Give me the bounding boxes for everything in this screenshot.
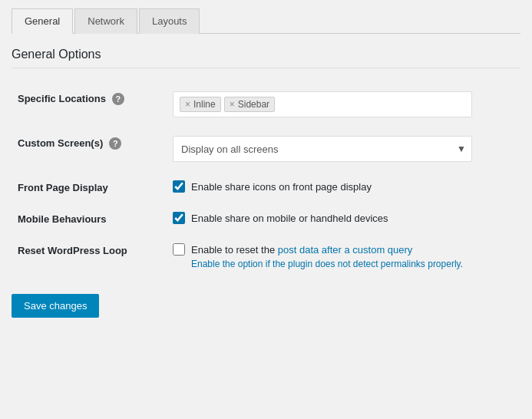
specific-locations-help-icon[interactable]: ? [112,93,124,105]
mobile-behaviours-checkbox-label: Enable share on mobile or handheld devic… [191,213,388,224]
save-button[interactable]: Save changes [12,294,99,318]
form-table: Specific Locations ? × Inline × Sidebar [12,82,520,279]
specific-locations-label: Specific Locations [18,93,106,104]
tag-sidebar: × Sidebar [224,97,275,112]
custom-screens-select-wrapper: Display on all screens Display on select… [173,136,472,162]
front-page-display-label: Front Page Display [18,182,108,193]
custom-screens-label: Custom Screen(s) [18,137,103,149]
tag-inline-remove[interactable]: × [185,99,190,110]
row-mobile-behaviours: Mobile Behaviours Enable share on mobile… [12,203,520,234]
reset-wp-loop-checkbox-row: Enable to reset the post data after a cu… [173,243,514,256]
front-page-display-checkbox[interactable] [173,180,185,193]
custom-screens-select[interactable]: Display on all screens Display on select… [173,136,472,162]
mobile-behaviours-checkbox-row: Enable share on mobile or handheld devic… [173,212,514,224]
row-reset-wp-loop: Reset WordPress Loop Enable to reset the… [12,234,520,279]
reset-wp-loop-hint: Enable the option if the plugin does not… [191,259,514,269]
tag-inline-label: Inline [193,99,216,110]
mobile-behaviours-checkbox[interactable] [173,212,185,224]
row-specific-locations: Specific Locations ? × Inline × Sidebar [12,82,520,127]
tag-sidebar-label: Sidebar [238,99,269,110]
page-wrapper: General Network Layouts General Options … [0,0,532,333]
reset-wp-loop-checkbox[interactable] [173,243,185,256]
custom-screens-help-icon[interactable]: ? [109,137,121,150]
specific-locations-tag-input[interactable]: × Inline × Sidebar [173,91,472,117]
tabs-bar: General Network Layouts [12,8,520,34]
tab-network[interactable]: Network [74,8,137,34]
row-custom-screens: Custom Screen(s) ? Display on all screen… [12,127,520,171]
reset-wp-loop-label: Reset WordPress Loop [18,245,127,256]
mobile-behaviours-label: Mobile Behaviours [18,213,107,225]
tab-layouts[interactable]: Layouts [139,8,200,34]
front-page-display-checkbox-row: Enable share icons on front page display [173,180,514,193]
front-page-display-checkbox-label: Enable share icons on front page display [191,181,372,193]
section-title: General Options [12,48,520,68]
tab-general[interactable]: General [12,8,73,34]
row-front-page-display: Front Page Display Enable share icons on… [12,171,520,203]
tag-sidebar-remove[interactable]: × [230,99,235,110]
tag-inline: × Inline [180,97,221,112]
reset-wp-loop-link[interactable]: post data after a custom query [278,244,413,256]
reset-wp-loop-checkbox-label: Enable to reset the post data after a cu… [191,244,412,256]
